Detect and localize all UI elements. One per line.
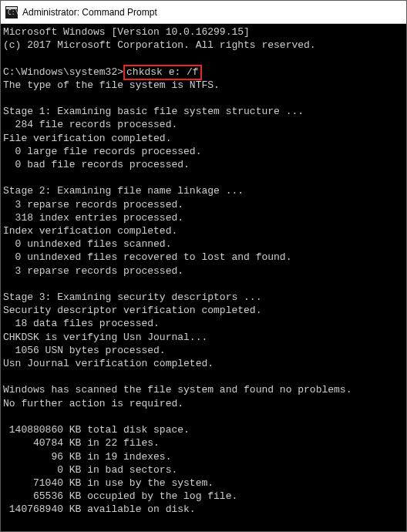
window-title: Administrator: Command Prompt — [22, 7, 157, 18]
output-line: 65536 KB occupied by the log file. — [3, 490, 404, 503]
output-line: 71040 KB in use by the system. — [3, 476, 404, 490]
output-line: Stage 1: Examining basic file system str… — [3, 105, 404, 118]
output-line: 0 unindexed files recovered to lost and … — [3, 251, 404, 264]
title-bar[interactable]: C:\ Administrator: Command Prompt — [1, 1, 406, 24]
output-line: 40784 KB in 22 files. — [3, 436, 404, 450]
output-line: Stage 2: Examining file name linkage ... — [3, 184, 404, 197]
output-line: Security descriptor verification complet… — [3, 304, 404, 317]
output-line: 3 reparse records processed. — [3, 264, 404, 278]
output-line: No further action is required. — [3, 397, 404, 410]
blank-line — [3, 370, 404, 383]
prompt-text: C:\Windows\system32> — [3, 66, 123, 78]
blank-line — [3, 410, 404, 423]
command-prompt-window: C:\ Administrator: Command Prompt Micros… — [1, 1, 406, 531]
output-line: The type of the file system is NTFS. — [3, 79, 404, 92]
command-text: chkdsk e: /f — [126, 66, 199, 78]
output-line: 318 index entries processed. — [3, 211, 404, 224]
terminal-output[interactable]: Microsoft Windows [Version 10.0.16299.15… — [1, 24, 406, 531]
output-line: 4096 bytes in each allocation unit. — [3, 530, 404, 531]
blank-line — [3, 278, 404, 291]
output-line: 1056 USN bytes processed. — [3, 344, 404, 357]
output-line: 3 reparse records processed. — [3, 198, 404, 211]
output-line: 0 bad file records processed. — [3, 158, 404, 171]
output-line: 0 KB in bad sectors. — [3, 463, 404, 476]
svg-text:C:\: C:\ — [8, 9, 18, 16]
output-line: Index verification completed. — [3, 224, 404, 237]
output-line: 96 KB in 19 indexes. — [3, 450, 404, 463]
output-line: CHKDSK is verifying Usn Journal... — [3, 331, 404, 344]
blank-line — [3, 52, 404, 65]
blank-line — [3, 517, 404, 530]
output-line: Windows has scanned the file system and … — [3, 383, 404, 396]
output-line: 140768940 KB available on disk. — [3, 503, 404, 516]
output-line: 0 unindexed files scanned. — [3, 237, 404, 251]
blank-line — [3, 92, 404, 105]
blank-line — [3, 171, 404, 184]
output-line: Microsoft Windows [Version 10.0.16299.15… — [3, 25, 404, 39]
output-line: Stage 3: Examining security descriptors … — [3, 291, 404, 304]
output-line: File verification completed. — [3, 132, 404, 145]
output-line: 140880860 KB total disk space. — [3, 423, 404, 436]
output-line: 18 data files processed. — [3, 317, 404, 330]
output-line: Usn Journal verification completed. — [3, 357, 404, 370]
output-line: (c) 2017 Microsoft Corporation. All righ… — [3, 39, 404, 52]
prompt-line: C:\Windows\system32>chkdsk e: /f — [3, 66, 404, 79]
output-line: 284 file records processed. — [3, 118, 404, 131]
command-highlight: chkdsk e: /f — [123, 65, 202, 80]
cmd-icon: C:\ — [5, 6, 18, 19]
output-line: 0 large file records processed. — [3, 145, 404, 158]
